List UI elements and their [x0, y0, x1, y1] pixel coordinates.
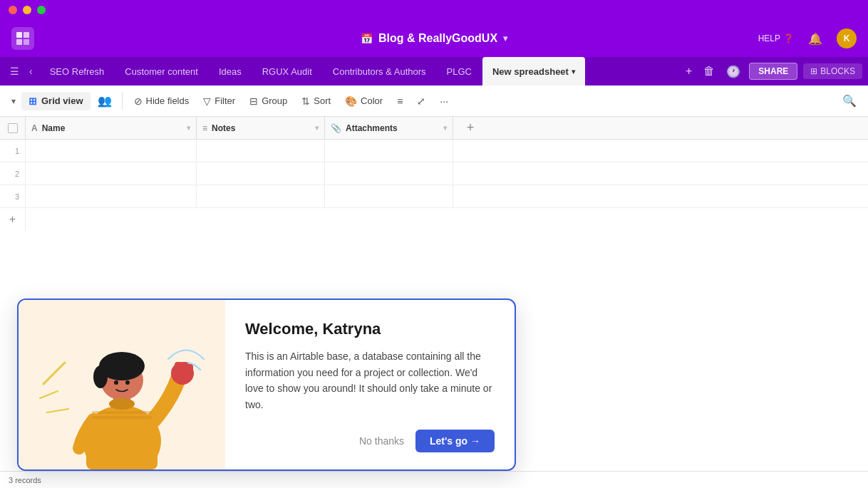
- name-col-label: Name: [42, 123, 66, 133]
- collaborators-icon[interactable]: 👥: [93, 91, 116, 110]
- row-2-notes-cell[interactable]: [197, 162, 325, 185]
- row-height-button[interactable]: ≡: [391, 92, 408, 110]
- tabs-list: SEO Refresh Customer content Ideas RGUX …: [40, 57, 683, 85]
- toolbar-left: ▾ ⊞ Grid view 👥: [9, 91, 116, 110]
- notifications-bell-icon[interactable]: 🔔: [805, 29, 825, 48]
- tab-dropdown-arrow: ▾: [572, 68, 575, 76]
- svg-point-12: [93, 365, 108, 388]
- table-row[interactable]: 1: [0, 140, 868, 162]
- add-row-button[interactable]: +: [0, 208, 26, 231]
- welcome-illustration: [19, 300, 225, 469]
- color-icon: 🎨: [345, 95, 357, 107]
- sort-label: Sort: [314, 95, 331, 106]
- add-column-button[interactable]: +: [453, 117, 487, 139]
- blocks-button[interactable]: ⊞ BLOCKS: [803, 63, 862, 79]
- svg-rect-0: [16, 32, 22, 38]
- row-1-attachments-cell[interactable]: [325, 140, 453, 162]
- tab-new-spreadsheet-label: New spreadsheet: [492, 66, 569, 77]
- group-button[interactable]: ⊟ Group: [244, 92, 293, 110]
- notes-col-sort-icon: ▾: [315, 124, 319, 132]
- help-button[interactable]: HELP ❓: [758, 33, 794, 43]
- minimize-button[interactable]: [23, 6, 31, 14]
- share-button[interactable]: SHARE: [749, 63, 797, 80]
- row-3-attachments-cell[interactable]: [325, 185, 453, 207]
- color-button[interactable]: 🎨 Color: [339, 92, 388, 110]
- no-thanks-button[interactable]: No thanks: [359, 435, 404, 447]
- group-icon: ⊟: [249, 95, 258, 107]
- filter-button[interactable]: ▽ Filter: [197, 92, 241, 110]
- titlebar: [0, 0, 868, 20]
- top-header: 📅 Blog & ReallyGoodUX ▾ HELP ❓ 🔔 K: [0, 20, 868, 57]
- more-icon: ···: [440, 95, 448, 107]
- hide-fields-button[interactable]: ⊘ Hide fields: [128, 92, 195, 110]
- tab-rgux-audit-label: RGUX Audit: [262, 66, 312, 77]
- help-label: HELP: [758, 33, 780, 43]
- filter-label: Filter: [215, 95, 235, 106]
- row-number: 3: [0, 185, 26, 207]
- header-title-icon: 📅: [361, 33, 373, 44]
- view-chevron-icon[interactable]: ▾: [9, 93, 19, 109]
- sort-icon: ⇅: [301, 95, 310, 107]
- delete-tab-icon[interactable]: 🗑: [701, 62, 718, 81]
- tab-contributors-authors-label: Contributors & Authors: [333, 66, 426, 77]
- header-title-text: Blog & ReallyGoodUX: [378, 32, 497, 45]
- tab-plgc[interactable]: PLGC: [437, 57, 482, 85]
- svg-rect-20: [92, 411, 152, 414]
- table-row[interactable]: 3: [0, 185, 868, 208]
- app-logo[interactable]: [11, 27, 34, 50]
- checkbox-all[interactable]: [8, 123, 18, 133]
- tab-contributors-authors[interactable]: Contributors & Authors: [323, 57, 436, 85]
- lets-go-button[interactable]: Let's go →: [415, 430, 495, 452]
- maximize-button[interactable]: [37, 6, 46, 14]
- svg-rect-8: [86, 427, 157, 469]
- header-dropdown-arrow[interactable]: ▾: [503, 33, 507, 43]
- notes-col-type-icon: ≡: [202, 123, 207, 133]
- tab-rgux-audit[interactable]: RGUX Audit: [252, 57, 322, 85]
- help-icon: ❓: [783, 33, 794, 43]
- more-options-button[interactable]: ···: [434, 92, 454, 110]
- tab-customer-content[interactable]: Customer content: [115, 57, 208, 85]
- notes-col-label: Notes: [212, 123, 235, 133]
- sort-button[interactable]: ⇅ Sort: [296, 92, 336, 110]
- row-number: 2: [0, 162, 26, 185]
- hide-fields-label: Hide fields: [146, 95, 190, 106]
- close-button[interactable]: [9, 6, 17, 14]
- table-row[interactable]: 2: [0, 162, 868, 185]
- row-2-name-cell[interactable]: [26, 162, 197, 185]
- blocks-icon: ⊞: [810, 66, 817, 76]
- grid-view-button[interactable]: ⊞ Grid view: [21, 92, 91, 110]
- svg-rect-16: [175, 362, 182, 375]
- add-row-row: +: [0, 208, 868, 231]
- svg-line-5: [40, 391, 58, 398]
- add-tab-icon[interactable]: +: [683, 62, 695, 81]
- select-all-checkbox[interactable]: [0, 117, 26, 139]
- column-header-attachments[interactable]: 📎 Attachments ▾: [325, 117, 453, 139]
- svg-point-13: [114, 380, 118, 385]
- avatar[interactable]: K: [837, 28, 857, 48]
- row-3-name-cell[interactable]: [26, 185, 197, 207]
- search-button[interactable]: 🔍: [839, 91, 859, 110]
- filter-icon: ▽: [203, 95, 211, 107]
- tab-bar-actions: + 🗑 🕐 SHARE ⊞ BLOCKS: [683, 57, 862, 85]
- name-col-sort-icon: ▾: [187, 124, 190, 132]
- expand-button[interactable]: ⤢: [411, 92, 431, 110]
- history-icon[interactable]: 🕐: [723, 62, 743, 81]
- toolbar: ▾ ⊞ Grid view 👥 ⊘ Hide fields ▽ Filter ⊟…: [0, 85, 868, 117]
- svg-rect-3: [24, 39, 29, 45]
- row-1-name-cell[interactable]: [26, 140, 197, 162]
- back-nav-icon[interactable]: ‹: [25, 66, 37, 77]
- row-height-icon: ≡: [397, 95, 403, 107]
- header-right: HELP ❓ 🔔 K: [758, 28, 857, 48]
- row-3-notes-cell[interactable]: [197, 185, 325, 207]
- tab-seo-refresh[interactable]: SEO Refresh: [40, 57, 115, 85]
- row-2-attachments-cell[interactable]: [325, 162, 453, 185]
- column-header-notes[interactable]: ≡ Notes ▾: [197, 117, 325, 139]
- attachments-col-type-icon: 📎: [331, 123, 341, 133]
- tab-new-spreadsheet[interactable]: New spreadsheet ▾: [482, 57, 585, 85]
- column-header-name[interactable]: A Name ▾: [26, 117, 197, 139]
- records-count: 3 records: [9, 476, 41, 484]
- grid-view-label: Grid view: [41, 95, 83, 106]
- tab-ideas[interactable]: Ideas: [209, 57, 252, 85]
- row-1-notes-cell[interactable]: [197, 140, 325, 162]
- hamburger-menu-icon[interactable]: ☰: [6, 66, 24, 77]
